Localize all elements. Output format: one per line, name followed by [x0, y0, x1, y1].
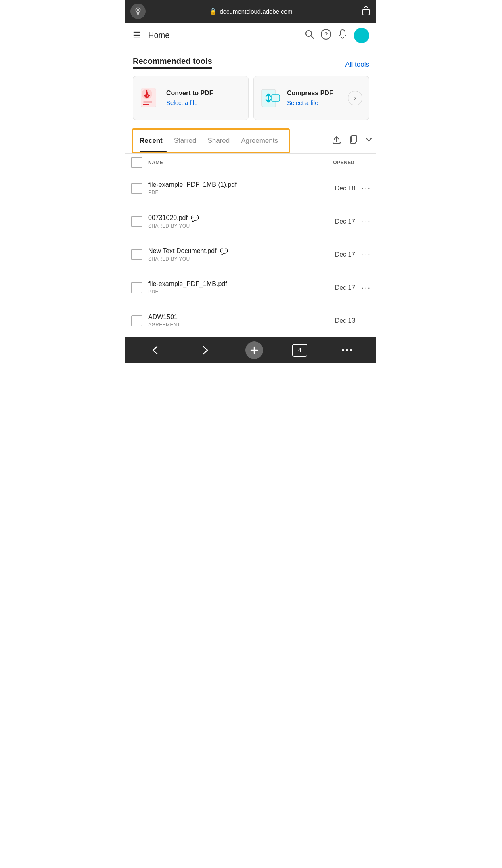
- svg-rect-2: [137, 12, 139, 15]
- tab-starred[interactable]: Starred: [168, 130, 202, 152]
- row-checkbox-0[interactable]: [131, 183, 142, 194]
- recommended-tools-title: Recommended tools: [133, 56, 212, 69]
- svg-text:A: A: [145, 91, 149, 97]
- compress-pdf-icon: [260, 88, 281, 109]
- file-info-4: ADW1501 AGREEMENT: [148, 314, 335, 328]
- file-name-3: file-example_PDF_1MB.pdf: [148, 280, 335, 288]
- menu-icon[interactable]: ☰: [133, 30, 141, 41]
- file-name-2: New Text Document.pdf 💬: [148, 247, 335, 255]
- opened-column-header: OPENED: [333, 160, 355, 165]
- convert-pdf-icon: A: [140, 88, 161, 109]
- convert-to-pdf-card[interactable]: A Convert to PDF Select a file: [133, 76, 249, 120]
- help-icon[interactable]: ?: [321, 29, 331, 42]
- bottom-nav: 4: [126, 337, 376, 363]
- file-list: file-example_PDF_1MB (1).pdf PDF Dec 18 …: [126, 172, 376, 337]
- svg-point-9: [354, 28, 369, 43]
- browser-url: 🔒 documentcloud.adobe.com: [209, 8, 292, 15]
- file-date-0: Dec 18: [335, 185, 356, 192]
- tools-row: A Convert to PDF Select a file: [126, 73, 376, 128]
- row-checkbox-2[interactable]: [131, 249, 142, 260]
- table-row: file-example_PDF_1MB (1).pdf PDF Dec 18 …: [126, 172, 376, 205]
- file-name-1: 00731020.pdf 💬: [148, 214, 335, 222]
- chevron-down-icon[interactable]: [364, 135, 373, 146]
- browser-icon: [130, 4, 146, 19]
- nav-actions: ?: [305, 28, 369, 43]
- svg-point-22: [346, 349, 348, 351]
- tab-shared[interactable]: Shared: [202, 130, 235, 152]
- file-meta-2: SHARED BY YOU: [148, 256, 335, 262]
- name-column-header: NAME: [148, 160, 333, 165]
- svg-text:?: ?: [324, 31, 328, 38]
- file-more-2[interactable]: ···: [362, 250, 371, 259]
- tabs-count-button[interactable]: 4: [292, 344, 307, 357]
- file-more-1[interactable]: ···: [362, 217, 371, 226]
- file-more-4: ···: [362, 316, 371, 325]
- file-meta-1: SHARED BY YOU: [148, 223, 335, 229]
- file-info-1: 00731020.pdf 💬 SHARED BY YOU: [148, 214, 335, 229]
- compress-pdf-info: Compress PDF Select a file: [287, 90, 333, 107]
- file-meta-0: PDF: [148, 190, 335, 195]
- file-date-4: Dec 13: [335, 317, 356, 324]
- file-date-3: Dec 17: [335, 284, 356, 291]
- forward-button[interactable]: [195, 342, 216, 359]
- notifications-icon[interactable]: [338, 29, 347, 42]
- browser-bar: 🔒 documentcloud.adobe.com: [126, 0, 376, 23]
- recommended-tools-header: Recommended tools All tools: [126, 48, 376, 73]
- file-info-0: file-example_PDF_1MB (1).pdf PDF: [148, 181, 335, 195]
- file-info-2: New Text Document.pdf 💬 SHARED BY YOU: [148, 247, 335, 262]
- tabs-row: Recent Starred Shared Agreements: [133, 130, 289, 152]
- all-tools-link[interactable]: All tools: [345, 61, 369, 69]
- tab-recent[interactable]: Recent: [138, 130, 168, 152]
- row-checkbox-3[interactable]: [131, 282, 142, 293]
- svg-point-0: [137, 9, 139, 11]
- svg-point-23: [350, 349, 352, 351]
- svg-point-21: [342, 349, 344, 351]
- file-date-1: Dec 17: [335, 218, 356, 225]
- compress-pdf-name: Compress PDF: [287, 90, 333, 97]
- table-row: New Text Document.pdf 💬 SHARED BY YOU De…: [126, 238, 376, 271]
- compress-pdf-card[interactable]: Compress PDF Select a file ›: [253, 76, 369, 120]
- search-icon[interactable]: [305, 29, 314, 42]
- file-meta-4: AGREEMENT: [148, 322, 335, 328]
- page-title: Home: [148, 31, 300, 40]
- upload-icon[interactable]: [331, 134, 342, 147]
- file-date-2: Dec 17: [335, 251, 356, 258]
- comment-icon-2: 💬: [220, 247, 228, 255]
- row-checkbox-1[interactable]: [131, 216, 142, 227]
- svg-rect-16: [272, 95, 280, 101]
- table-actions: [331, 134, 373, 147]
- tab-agreements[interactable]: Agreements: [235, 130, 284, 152]
- convert-pdf-info: Convert to PDF Select a file: [166, 90, 213, 107]
- file-more-0[interactable]: ···: [362, 184, 371, 193]
- table-row: 00731020.pdf 💬 SHARED BY YOU Dec 17 ···: [126, 205, 376, 238]
- convert-pdf-name: Convert to PDF: [166, 90, 213, 97]
- new-tab-button[interactable]: [245, 341, 263, 359]
- compress-pdf-link[interactable]: Select a file: [287, 99, 318, 106]
- share-button[interactable]: [361, 5, 371, 18]
- avatar[interactable]: [354, 28, 369, 43]
- tools-next-arrow[interactable]: ›: [348, 91, 362, 105]
- svg-rect-18: [351, 136, 357, 142]
- table-header: NAME OPENED: [126, 153, 376, 172]
- row-checkbox-4[interactable]: [131, 315, 142, 326]
- main-content: Recommended tools All tools A Convert to…: [126, 48, 376, 337]
- nav-bar: ☰ Home ?: [126, 23, 376, 48]
- table-row: ADW1501 AGREEMENT Dec 13 ···: [126, 304, 376, 337]
- lock-icon: 🔒: [209, 8, 217, 15]
- more-button[interactable]: [336, 345, 358, 356]
- convert-pdf-link[interactable]: Select a file: [166, 99, 198, 106]
- file-info-3: file-example_PDF_1MB.pdf PDF: [148, 280, 335, 295]
- select-all-checkbox[interactable]: [131, 157, 142, 168]
- file-name-0: file-example_PDF_1MB (1).pdf: [148, 181, 335, 188]
- table-row: file-example_PDF_1MB.pdf PDF Dec 17 ···: [126, 271, 376, 304]
- tabs-section: Recent Starred Shared Agreements: [132, 128, 290, 153]
- file-more-3[interactable]: ···: [362, 283, 371, 292]
- file-meta-3: PDF: [148, 289, 335, 295]
- svg-line-6: [311, 36, 314, 38]
- back-button[interactable]: [144, 342, 166, 359]
- file-name-4: ADW1501: [148, 314, 335, 321]
- copy-icon[interactable]: [348, 135, 358, 147]
- comment-icon-1: 💬: [191, 214, 199, 222]
